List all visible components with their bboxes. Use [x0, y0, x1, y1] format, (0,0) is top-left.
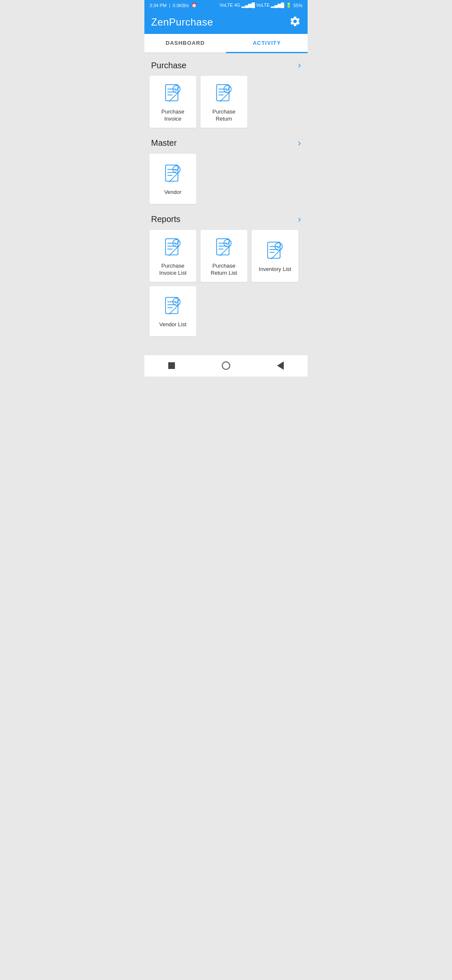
- purchase-invoice-label: Purchase Invoice: [153, 108, 193, 123]
- purchase-return-list-card[interactable]: Purchase Return List: [200, 230, 247, 282]
- purchase-section-title: Purchase: [151, 61, 187, 70]
- status-bar: 3:34 PM | 0.0KB/s ⏰ VoLTE 4G ▂▄▆█ VoLTE …: [144, 0, 308, 10]
- signal-icons: VoLTE 4G ▂▄▆█ VoLTE ▂▄▆█: [219, 3, 284, 8]
- nav-square-icon: [168, 362, 175, 369]
- purchase-chevron-icon[interactable]: ›: [298, 60, 301, 71]
- nav-home-button[interactable]: [221, 361, 231, 371]
- time: 3:34 PM: [149, 3, 167, 8]
- purchase-invoice-icon: [161, 82, 185, 105]
- master-chevron-icon[interactable]: ›: [298, 138, 301, 149]
- master-section-title: Master: [151, 138, 177, 148]
- purchase-invoice-list-card[interactable]: Purchase Invoice List: [149, 230, 196, 282]
- vendor-icon: [161, 162, 185, 186]
- vendor-list-card[interactable]: Vendor List: [149, 286, 196, 336]
- vendor-list-icon: [161, 294, 185, 318]
- tab-dashboard[interactable]: DASHBOARD: [144, 34, 226, 52]
- master-section-header: Master ›: [149, 138, 303, 149]
- separator: |: [169, 3, 170, 8]
- reports-section-header: Reports ›: [149, 214, 303, 225]
- purchase-section: Purchase › Purchase: [149, 60, 303, 128]
- tab-activity[interactable]: ACTIVITY: [226, 34, 308, 53]
- reports-chevron-icon[interactable]: ›: [298, 214, 301, 225]
- battery-percent: 55%: [293, 3, 303, 8]
- inventory-list-card[interactable]: Inventory List: [252, 230, 298, 282]
- purchase-invoice-list-icon: [161, 236, 185, 259]
- vendor-list-label: Vendor List: [159, 321, 186, 328]
- status-left: 3:34 PM | 0.0KB/s ⏰: [149, 3, 197, 8]
- purchase-invoice-card[interactable]: Purchase Invoice: [149, 76, 196, 128]
- main-content: Purchase › Purchase: [144, 53, 308, 355]
- status-right: VoLTE 4G ▂▄▆█ VoLTE ▂▄▆█ 🔋 55%: [219, 3, 303, 8]
- reports-section-title: Reports: [151, 214, 180, 224]
- reports-section: Reports › Purchase Invoice List: [149, 214, 303, 336]
- purchase-return-card[interactable]: Purchase Return: [200, 76, 247, 128]
- battery-icon: 🔋: [286, 3, 292, 8]
- settings-button[interactable]: [289, 15, 301, 29]
- vendor-label: Vendor: [164, 189, 181, 196]
- purchase-return-list-icon: [212, 236, 236, 259]
- gear-icon: [289, 15, 301, 27]
- alarm-icon: ⏰: [191, 3, 197, 8]
- nav-triangle-icon: [277, 361, 284, 370]
- master-section: Master › Vendor: [149, 138, 303, 204]
- master-grid: Vendor: [149, 154, 303, 204]
- network-speed: 0.0KB/s: [173, 3, 189, 8]
- purchase-grid: Purchase Invoice Purchase Return: [149, 76, 303, 128]
- inventory-list-label: Inventory List: [259, 266, 291, 273]
- purchase-section-header: Purchase ›: [149, 60, 303, 71]
- vendor-card[interactable]: Vendor: [149, 154, 196, 204]
- purchase-return-icon: [212, 82, 236, 105]
- purchase-return-list-label: Purchase Return List: [204, 263, 244, 277]
- nav-recent-button[interactable]: [275, 361, 285, 371]
- bottom-nav: [144, 355, 308, 377]
- purchase-return-label: Purchase Return: [204, 108, 244, 123]
- app-title: ZenPurchase: [151, 16, 213, 28]
- nav-circle-icon: [222, 361, 230, 370]
- inventory-list-icon: [263, 239, 287, 263]
- reports-grid: Purchase Invoice List Purchase Return Li…: [149, 230, 303, 336]
- tabs: DASHBOARD ACTIVITY: [144, 34, 308, 53]
- app-bar: ZenPurchase: [144, 10, 308, 34]
- purchase-invoice-list-label: Purchase Invoice List: [153, 263, 193, 277]
- nav-back-button[interactable]: [167, 361, 177, 371]
